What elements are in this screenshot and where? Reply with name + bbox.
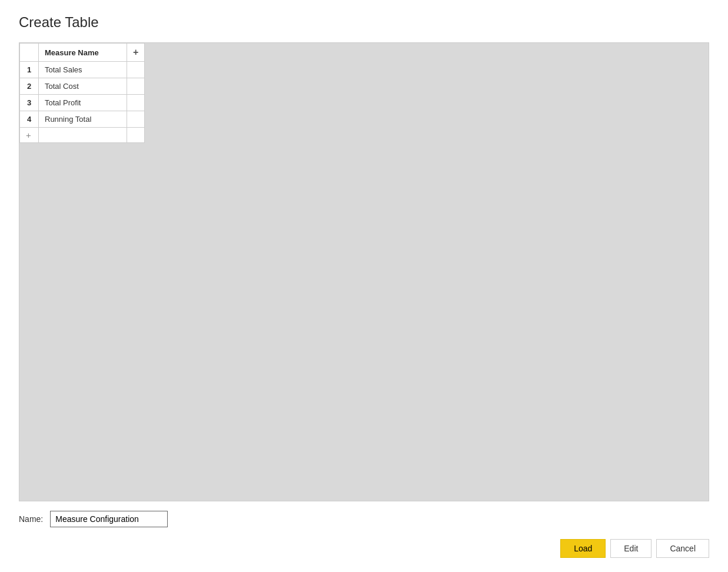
cell-measure-name[interactable]: Total Profit (39, 95, 127, 111)
name-label: Name: (19, 514, 43, 524)
add-row-plus[interactable]: + (20, 128, 39, 143)
data-table: Measure Name + 1Total Sales2Total Cost3T… (19, 43, 145, 143)
add-row-cell (39, 128, 127, 143)
cell-add (127, 62, 145, 78)
buttons-row: Load Edit Cancel (19, 539, 709, 558)
table-row: 1Total Sales (20, 62, 145, 78)
cell-measure-name[interactable]: Running Total (39, 111, 127, 128)
table-row: 3Total Profit (20, 95, 145, 111)
name-input[interactable] (50, 511, 168, 527)
canvas-area (145, 43, 709, 501)
add-row[interactable]: + (20, 128, 145, 143)
cancel-button[interactable]: Cancel (656, 539, 709, 558)
load-button[interactable]: Load (560, 539, 606, 558)
name-row: Name: (19, 511, 709, 527)
table-and-canvas: Measure Name + 1Total Sales2Total Cost3T… (19, 42, 709, 501)
row-number: 3 (20, 95, 39, 111)
cell-add (127, 95, 145, 111)
table-row: 2Total Cost (20, 78, 145, 95)
page-container: Create Table Measure Name + 1Total Sales… (0, 0, 728, 572)
row-number: 1 (20, 62, 39, 78)
add-column-button[interactable]: + (127, 44, 145, 62)
row-number: 4 (20, 111, 39, 128)
cell-measure-name[interactable]: Total Sales (39, 62, 127, 78)
table-header-row: Measure Name + (20, 44, 145, 62)
main-content: Measure Name + 1Total Sales2Total Cost3T… (19, 42, 709, 501)
col-header-measure-name: Measure Name (39, 44, 127, 62)
table-row: 4Running Total (20, 111, 145, 128)
col-header-num (20, 44, 39, 62)
table-section: Measure Name + 1Total Sales2Total Cost3T… (19, 43, 145, 501)
cell-add (127, 111, 145, 128)
cell-add (127, 78, 145, 95)
row-number: 2 (20, 78, 39, 95)
edit-button[interactable]: Edit (610, 539, 651, 558)
bottom-section: Name: Load Edit Cancel (19, 511, 709, 558)
page-title: Create Table (19, 14, 709, 31)
cell-measure-name[interactable]: Total Cost (39, 78, 127, 95)
add-row-cell2 (127, 128, 145, 143)
